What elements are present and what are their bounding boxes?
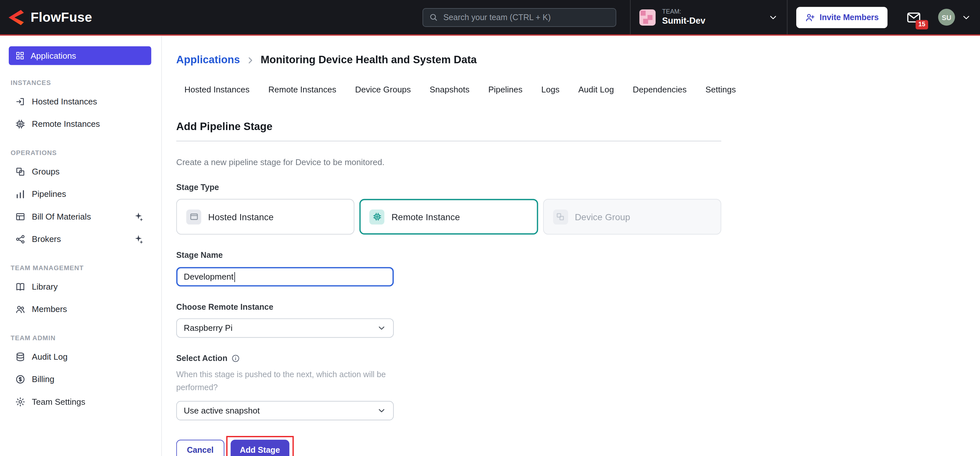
stage-name-label: Stage Name <box>176 250 721 260</box>
text-cursor <box>234 272 235 282</box>
breadcrumb-applications-link[interactable]: Applications <box>176 54 240 67</box>
stage-type-label: Stage Type <box>176 183 721 192</box>
add-stage-button[interactable]: Add Stage <box>231 440 290 456</box>
user-avatar[interactable]: SU <box>938 9 955 26</box>
remote-instance-chip-icon <box>372 212 382 222</box>
sidebar-item-label: Groups <box>32 167 59 176</box>
person-plus-icon <box>805 12 815 22</box>
sidebar-item-bill-of-materials[interactable]: Bill Of Materials <box>0 205 161 228</box>
main-content: Applications Monitoring Device Health an… <box>162 36 980 456</box>
sidebar-item-team-settings[interactable]: Team Settings <box>0 390 161 413</box>
tab-hosted-instances[interactable]: Hosted Instances <box>185 85 250 94</box>
table-icon <box>15 211 25 222</box>
action-select[interactable]: Use active snapshot <box>176 401 394 420</box>
flowfuse-logo-icon <box>6 8 25 27</box>
sidebar-item-groups[interactable]: Groups <box>0 160 161 183</box>
sidebar: Applications INSTANCES Hosted Instances … <box>0 36 162 456</box>
tab-pipelines[interactable]: Pipelines <box>488 85 523 94</box>
sidebar-item-label: Applications <box>30 51 76 60</box>
group-icon <box>15 166 25 177</box>
sidebar-item-remote-instances[interactable]: Remote Instances <box>0 113 161 135</box>
hosted-instances-icon <box>15 96 25 107</box>
form-description: Create a new pipeline stage for Device t… <box>176 158 721 167</box>
sidebar-item-library[interactable]: Library <box>0 275 161 298</box>
form-actions: Cancel Add Stage <box>176 436 721 456</box>
sidebar-item-brokers[interactable]: Brokers <box>0 228 161 250</box>
user-menu-chevron-icon[interactable] <box>961 12 971 22</box>
select-action-label: Select Action <box>176 354 228 363</box>
network-icon <box>15 233 25 244</box>
sidebar-section-team-management: TEAM MANAGEMENT <box>11 264 161 271</box>
stage-name-input[interactable]: Development <box>176 267 394 286</box>
sidebar-item-hosted-instances[interactable]: Hosted Instances <box>0 90 161 113</box>
team-avatar <box>640 9 656 25</box>
info-icon[interactable] <box>231 354 240 363</box>
search-bar <box>423 8 616 27</box>
tab-device-groups[interactable]: Device Groups <box>355 85 411 94</box>
brand-name: FlowFuse <box>30 10 92 25</box>
sidebar-section-instances: INSTANCES <box>11 79 161 86</box>
stage-type-label: Remote Instance <box>391 212 460 222</box>
bars-icon <box>15 188 25 199</box>
chevron-down-icon <box>768 12 778 22</box>
invite-members-button[interactable]: Invite Members <box>797 6 888 28</box>
gear-icon <box>15 396 25 407</box>
sidebar-item-members[interactable]: Members <box>0 298 161 320</box>
sidebar-item-pipelines[interactable]: Pipelines <box>0 183 161 205</box>
cancel-button[interactable]: Cancel <box>176 440 224 456</box>
chevron-down-icon <box>377 406 386 415</box>
tab-remote-instances[interactable]: Remote Instances <box>268 85 336 94</box>
sidebar-item-label: Library <box>32 282 58 291</box>
tab-audit-log[interactable]: Audit Log <box>578 85 614 94</box>
select-action-help-text: When this stage is pushed to the next, w… <box>176 368 412 394</box>
invite-members-label: Invite Members <box>819 13 879 22</box>
sidebar-item-label: Remote Instances <box>32 119 100 128</box>
sidebar-item-label: Audit Log <box>32 352 67 361</box>
remote-instance-selected-value: Raspberry Pi <box>184 324 232 333</box>
stage-type-device-group: Device Group <box>543 199 721 234</box>
page-title: Monitoring Device Health and System Data <box>261 54 477 67</box>
breadcrumb-separator-icon <box>246 56 255 65</box>
sidebar-item-applications[interactable]: Applications <box>9 46 151 65</box>
team-label: TEAM: <box>662 8 705 16</box>
chip-icon <box>15 118 25 129</box>
stage-type-label: Device Group <box>575 212 630 222</box>
team-info: TEAM: Sumit-Dev <box>662 8 705 26</box>
search-input[interactable] <box>423 8 616 27</box>
select-action-label-row: Select Action <box>176 354 721 363</box>
sidebar-item-label: Bill Of Materials <box>32 212 91 221</box>
sidebar-section-team-admin: TEAM ADMIN <box>11 334 161 341</box>
form-title: Add Pipeline Stage <box>176 121 721 133</box>
database-icon <box>15 351 25 362</box>
applications-grid-icon <box>15 51 25 61</box>
device-group-icon <box>556 212 565 222</box>
notifications-button[interactable]: 15 <box>906 10 921 25</box>
stage-name-value: Development <box>184 272 233 282</box>
hosted-instance-icon <box>189 212 198 222</box>
search-icon <box>429 12 439 22</box>
action-selected-value: Use active snapshot <box>184 406 259 415</box>
stage-type-options: Hosted Instance Remote Instance <box>176 199 721 234</box>
brand[interactable]: FlowFuse <box>6 8 92 27</box>
chevron-down-icon <box>377 324 386 333</box>
users-icon <box>15 304 25 314</box>
dollar-icon <box>15 374 25 384</box>
stage-type-hosted-instance[interactable]: Hosted Instance <box>176 199 355 234</box>
team-selector[interactable]: TEAM: Sumit-Dev <box>630 0 788 34</box>
title-divider <box>176 141 721 141</box>
team-name: Sumit-Dev <box>662 16 705 26</box>
tab-dependencies[interactable]: Dependencies <box>633 85 686 94</box>
sparkle-icon <box>133 233 144 244</box>
breadcrumb: Applications Monitoring Device Health an… <box>176 54 980 67</box>
sidebar-item-billing[interactable]: Billing <box>0 368 161 390</box>
tab-snapshots[interactable]: Snapshots <box>430 85 469 94</box>
tab-logs[interactable]: Logs <box>541 85 559 94</box>
tab-settings[interactable]: Settings <box>705 85 736 94</box>
stage-type-remote-instance[interactable]: Remote Instance <box>360 199 538 234</box>
application-tabs: Hosted Instances Remote Instances Device… <box>185 85 980 94</box>
annotation-highlight-box: Add Stage <box>226 436 294 456</box>
remote-instance-select[interactable]: Raspberry Pi <box>176 319 394 338</box>
sidebar-item-audit-log[interactable]: Audit Log <box>0 345 161 368</box>
choose-remote-instance-label: Choose Remote Instance <box>176 302 721 311</box>
sidebar-item-label: Brokers <box>32 234 61 244</box>
